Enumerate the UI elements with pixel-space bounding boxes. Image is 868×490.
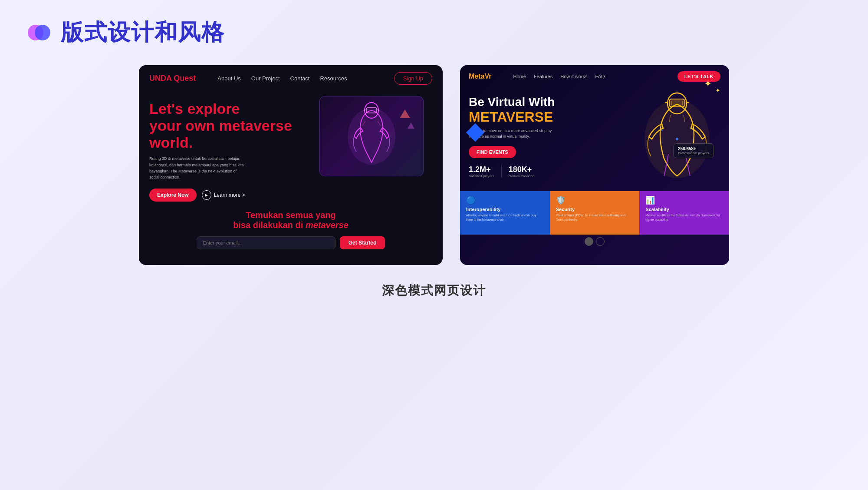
nav-project[interactable]: Our Project (251, 75, 280, 82)
svg-point-19 (661, 129, 663, 131)
submit-button[interactable]: Get Started (340, 236, 385, 249)
left-bottom-section: Temukan semua yang bisa dilakukan di met… (139, 202, 443, 254)
signup-button[interactable]: Sign Up (394, 72, 432, 85)
page-header: 版式设计和风格 (0, 0, 868, 61)
svg-point-2 (348, 108, 395, 165)
nav-resources[interactable]: Resources (320, 75, 347, 82)
header-icon (26, 20, 52, 46)
learn-more-button[interactable]: ▶ Learn more > (202, 190, 245, 200)
right-logo: MetaVr (469, 73, 491, 80)
right-nav-links: Home Features How it works FAQ (513, 74, 605, 79)
stat-games: 180K+ Games Provided (502, 165, 542, 178)
right-hero-text: Be Virtual With METAVERSE It's time to m… (469, 91, 634, 187)
right-logo-text1: MetaV (469, 73, 489, 80)
triangle-decoration-2 (408, 122, 414, 129)
security-icon: 🛡️ (556, 195, 634, 205)
hero-accent: metaverse (219, 117, 292, 134)
svg-rect-11 (669, 99, 685, 107)
metaverse-figure (341, 102, 402, 171)
right-nav-how[interactable]: How it works (560, 74, 587, 79)
stat1-label: Satisfied players (469, 174, 494, 178)
stats-row: 1.2M+ Satisfied players 180K+ Games Prov… (469, 165, 634, 178)
hero-description: Ruang 3D di metaverse untuk bersosialisa… (149, 156, 245, 181)
security-desc: Proof of Work (POW) to ensure block auth… (556, 213, 634, 222)
right-heading-line1: Be Virtual With (469, 95, 634, 109)
pag-dot-1[interactable] (585, 237, 593, 246)
interop-icon: 🔵 (466, 195, 544, 205)
hero-image-box (319, 96, 424, 176)
scale-title: Scalability (645, 207, 723, 212)
bottom-title: Temukan semua yang bisa dilakukan di met… (149, 210, 432, 230)
footer-label: 深色模式网页设计 (0, 282, 868, 299)
security-title: Security (556, 207, 634, 212)
badge-label: Professional players (678, 151, 709, 155)
page-title: 版式设计和风格 (61, 17, 225, 48)
play-icon: ▶ (202, 190, 211, 200)
nav-about[interactable]: About Us (217, 75, 240, 82)
bottom-line2: bisa dilakukan di (233, 220, 306, 230)
left-nav: UNDA Quest About Us Our Project Contact … (139, 65, 443, 92)
right-hero: Be Virtual With METAVERSE It's time to m… (460, 88, 729, 187)
stat1-number: 1.2M+ (469, 165, 494, 174)
interop-desc: Allowing anyone to build smart contracts… (466, 213, 544, 222)
left-preview: UNDA Quest About Us Our Project Contact … (139, 65, 443, 265)
hero-buttons: Explore Now ▶ Learn more > (149, 189, 319, 202)
right-heading-line2: METAVERSE (469, 109, 634, 125)
bottom-accent: metaverse (306, 220, 349, 230)
professional-badge: 256.658+ Professional players (673, 143, 714, 158)
hero-image-area (319, 96, 432, 183)
right-nav: MetaVr Home Features How it works FAQ LE… (460, 65, 729, 88)
pag-dot-2[interactable] (596, 237, 605, 246)
card-interoperability: 🔵 Interoperability Allowing anyone to bu… (460, 191, 550, 235)
svg-point-18 (676, 138, 678, 140)
vr-character (634, 91, 720, 187)
right-preview: ✦ ✦ MetaVr Home Features How it works FA… (460, 65, 729, 265)
card-security: 🛡️ Security Proof of Work (POW) to ensur… (550, 191, 640, 235)
lets-talk-button[interactable]: LET'S TALK (677, 71, 720, 82)
feature-cards: 🔵 Interoperability Allowing anyone to bu… (460, 191, 729, 235)
left-hero-text: Let's explore your own metaverse world. … (149, 96, 319, 202)
stat2-label: Games Provided (509, 174, 535, 178)
bottom-line1: Temukan semua yang (246, 210, 335, 220)
previews-container: UNDA Quest About Us Our Project Contact … (0, 61, 868, 269)
card-scalability: 📊 Scalability Metaverse utilizes the Sub… (639, 191, 729, 235)
left-hero: Let's explore your own metaverse world. … (139, 92, 443, 202)
learn-more-label: Learn more > (214, 192, 245, 198)
svg-point-1 (35, 25, 50, 40)
hero-line3: world. (149, 134, 193, 151)
logo-rest: Quest (171, 74, 196, 83)
right-nav-home[interactable]: Home (513, 74, 526, 79)
logo-accent: UNDA (149, 74, 171, 83)
left-logo: UNDA Quest (149, 74, 196, 83)
interop-title: Interoperability (466, 207, 544, 212)
hero-line2: your own (149, 117, 219, 134)
bottom-bar: Get Started (149, 236, 432, 249)
stat-satisfied: 1.2M+ Satisfied players (469, 165, 502, 178)
pagination (460, 237, 729, 246)
scale-desc: Metaverse utilizes the Substrate modular… (645, 213, 723, 222)
vr-figure-area: 256.658+ Professional players (634, 91, 720, 187)
stat2-number: 180K+ (509, 165, 535, 174)
right-nav-faq[interactable]: FAQ (595, 74, 605, 79)
badge-number: 256.658+ (678, 146, 709, 151)
find-events-button[interactable]: FIND EVENTS (469, 146, 516, 158)
nav-contact[interactable]: Contact (290, 75, 310, 82)
triangle-decoration-1 (400, 109, 410, 118)
email-input[interactable] (197, 236, 335, 249)
explore-now-button[interactable]: Explore Now (149, 189, 197, 202)
hero-line1: Let's explore (149, 100, 240, 117)
hero-heading: Let's explore your own metaverse world. (149, 100, 319, 151)
left-nav-links: About Us Our Project Contact Resources (217, 75, 347, 82)
right-logo-accent: r (489, 73, 491, 80)
scale-icon: 📊 (645, 195, 723, 205)
right-nav-features[interactable]: Features (534, 74, 552, 79)
